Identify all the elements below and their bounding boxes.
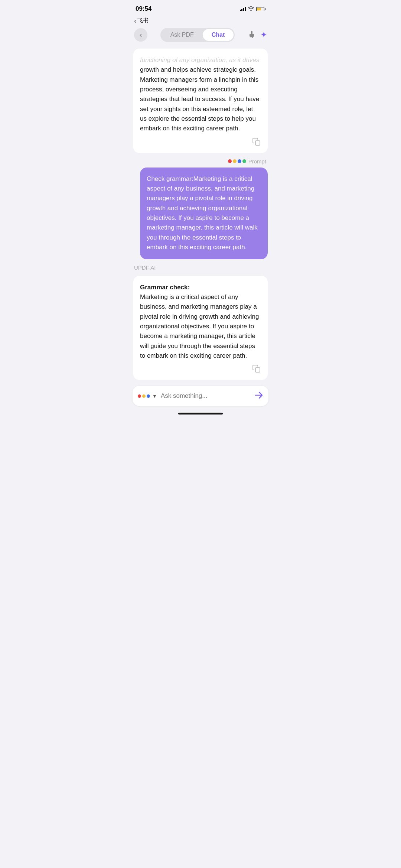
svg-rect-1 xyxy=(250,34,254,37)
chat-input[interactable] xyxy=(161,392,251,400)
sparkle-icon[interactable]: ✦ xyxy=(260,30,267,40)
ai-response-text: Grammar check: Marketing is a critical a… xyxy=(140,283,261,361)
send-button[interactable] xyxy=(254,391,263,401)
top-nav: ‹ Ask PDF Chat ✦ xyxy=(128,25,273,46)
signal-bars-icon xyxy=(240,7,246,11)
home-indicator xyxy=(128,410,273,418)
input-dots xyxy=(138,394,150,398)
back-chevron-icon: ‹ xyxy=(140,31,142,39)
svg-rect-2 xyxy=(251,37,251,38)
ai-response-bubble: Grammar check: Marketing is a critical a… xyxy=(133,276,268,380)
updf-ai-label: UPDF AI xyxy=(133,264,268,271)
svg-rect-3 xyxy=(252,37,253,38)
copy-icon[interactable] xyxy=(252,137,261,149)
ai-first-bubble-text: growth and helps achieve strategic goals… xyxy=(140,65,261,133)
prompt-label: Prompt xyxy=(248,158,266,165)
svg-rect-4 xyxy=(255,141,260,145)
user-message-text: Check grammar:Marketing is a critical as… xyxy=(147,174,261,253)
clean-icon[interactable] xyxy=(248,30,256,40)
dot-blue xyxy=(238,159,241,163)
back-chevron-icon: ‹ xyxy=(134,16,137,25)
status-time: 09:54 xyxy=(136,5,151,13)
dropdown-chevron-icon[interactable]: ▼ xyxy=(152,393,157,399)
nav-actions: ✦ xyxy=(248,30,267,40)
dot-yellow xyxy=(233,159,237,163)
input-dot-red xyxy=(138,394,141,398)
prompt-row: Prompt xyxy=(133,158,268,165)
status-bar: 09:54 xyxy=(128,0,273,15)
nav-back-row: ‹ 飞书 xyxy=(128,15,273,25)
wifi-icon xyxy=(248,6,254,12)
tab-switcher: Ask PDF Chat xyxy=(160,28,235,42)
back-button[interactable]: ‹ xyxy=(134,28,147,42)
battery-icon xyxy=(256,7,265,11)
ai-response-body: Marketing is a critical aspect of any bu… xyxy=(140,293,259,359)
user-message-bubble: Check grammar:Marketing is a critical as… xyxy=(140,168,268,259)
chat-area: functioning of any organization, as it d… xyxy=(128,46,273,384)
input-dot-yellow xyxy=(142,394,146,398)
tab-chat[interactable]: Chat xyxy=(203,29,234,41)
input-left-section: ▼ xyxy=(138,393,157,399)
svg-rect-5 xyxy=(255,368,260,372)
ai-first-bubble: functioning of any organization, as it d… xyxy=(133,49,268,153)
prompt-dots xyxy=(228,159,246,163)
copy-icon-2[interactable] xyxy=(252,364,261,376)
tab-ask-pdf[interactable]: Ask PDF xyxy=(162,29,203,41)
home-bar xyxy=(178,413,223,415)
dot-red xyxy=(228,159,232,163)
ai-first-bubble-faded: functioning of any organization, as it d… xyxy=(140,55,261,65)
input-dot-blue xyxy=(147,394,150,398)
back-label: ‹ 飞书 xyxy=(134,16,265,25)
status-icons xyxy=(240,6,266,12)
bottom-input-bar: ▼ xyxy=(133,386,268,406)
back-text: 飞书 xyxy=(137,17,149,24)
dot-green xyxy=(242,159,246,163)
ai-response-title: Grammar check: xyxy=(140,284,190,291)
